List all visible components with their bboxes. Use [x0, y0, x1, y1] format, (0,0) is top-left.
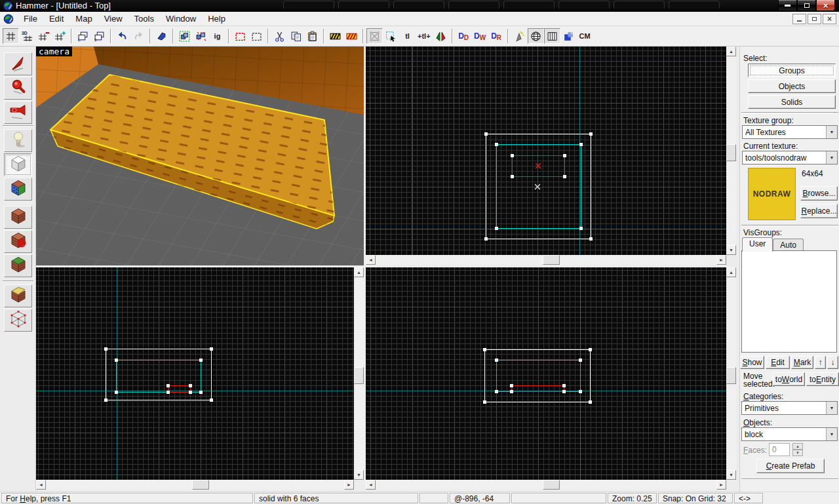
current-texture-dropdown[interactable]: tools/toolsnodraw ▼ [742, 151, 838, 165]
undo-button[interactable] [114, 28, 130, 44]
selection-bounds-handle[interactable] [483, 400, 486, 404]
viewport-3d-camera[interactable]: camera [36, 47, 364, 265]
scroll-left-icon[interactable]: ◄ [36, 480, 46, 490]
toggle-3d-grid-button[interactable]: 3D [19, 28, 35, 44]
selection-bounds-handle[interactable] [210, 347, 213, 351]
room-brush-outline-handle[interactable] [115, 359, 118, 362]
toggle-cordon-button[interactable] [327, 28, 343, 44]
visgroups-list[interactable] [741, 250, 837, 353]
replace-button[interactable]: Replace... [800, 204, 838, 218]
faces-spin-down[interactable]: ▼ [792, 450, 803, 456]
titlebar[interactable]: Hammer - [Untitled - Top] × [0, 0, 839, 12]
room-brush-outline-handle[interactable] [199, 359, 203, 362]
toggle-dd-button[interactable]: DD [456, 28, 472, 44]
load-window-state-button[interactable]: L [75, 28, 91, 44]
selection-bounds-handle[interactable] [589, 237, 593, 241]
entity-sprinkle-button[interactable] [511, 28, 528, 44]
apply-decals-tool[interactable] [4, 230, 32, 253]
selection-bounds-handle[interactable] [210, 398, 213, 402]
selected-brush-handle[interactable] [510, 390, 513, 393]
carve-button[interactable] [153, 28, 170, 44]
flip-faces-button[interactable] [433, 28, 449, 44]
selected-brush-handle[interactable] [189, 384, 192, 387]
toggle-dw-button[interactable]: DW [472, 28, 488, 44]
close-button[interactable]: × [816, 0, 835, 11]
menu-file[interactable]: File [18, 12, 43, 26]
toggle-grid-button[interactable] [3, 28, 19, 44]
selected-brush-handle[interactable] [563, 175, 566, 178]
scroll-thumb[interactable] [354, 367, 364, 384]
scroll-down-icon[interactable]: ▼ [354, 470, 364, 480]
toggle-group-ignore-button[interactable]: ig [209, 28, 225, 44]
faces-spin-up[interactable]: ▲ [792, 443, 803, 450]
room-brush-outline-handle[interactable] [579, 143, 583, 146]
selected-brush-handle[interactable] [563, 154, 566, 157]
front-view-hscrollbar[interactable]: ◄► [36, 480, 354, 490]
save-window-state-button[interactable]: s [91, 28, 107, 44]
scroll-up-icon[interactable]: ▲ [726, 47, 736, 56]
mdi-child-icon[interactable] [3, 14, 14, 24]
viewport-2d-side[interactable] [366, 267, 726, 480]
room-brush-outline-handle[interactable] [579, 227, 583, 230]
viewport-2d-front[interactable] [36, 267, 354, 480]
selection-bounds-handle[interactable] [589, 348, 592, 351]
scroll-down-icon[interactable]: ▼ [726, 245, 736, 255]
browse-button[interactable]: Browse... [800, 186, 838, 201]
selected-brush-handle[interactable] [562, 390, 566, 393]
side-view-hscrollbar[interactable]: ◄► [366, 480, 726, 490]
room-brush-outline-handle[interactable] [495, 359, 498, 362]
selection-bounds-handle[interactable] [484, 132, 488, 136]
texture-application-tool[interactable] [4, 178, 32, 201]
select-contained-button[interactable] [383, 28, 399, 44]
room-brush-outline-handle[interactable] [495, 143, 498, 146]
viewport-2d-top[interactable] [366, 47, 726, 255]
selected-brush-handle[interactable] [166, 384, 170, 387]
select-touching-button[interactable] [366, 28, 383, 44]
select-groups-button[interactable]: Groups [748, 64, 836, 77]
mark-button[interactable]: Mark [791, 356, 813, 369]
ungroup-button[interactable] [193, 28, 209, 44]
paste-button[interactable] [304, 28, 321, 44]
selected-brush-handle[interactable] [511, 175, 514, 178]
texture-scale-lock-button[interactable]: +tl+ [416, 28, 433, 44]
mdi-minimize-button[interactable] [792, 14, 806, 24]
group-button[interactable] [176, 28, 193, 44]
redo-button[interactable] [130, 28, 147, 44]
side-view-vscrollbar[interactable]: ▲▼ [726, 267, 736, 480]
clipping-tool[interactable] [4, 284, 32, 307]
room-brush-outline-handle[interactable] [495, 227, 498, 230]
scroll-thumb[interactable] [543, 480, 560, 490]
top-view-hscrollbar[interactable]: ◄► [366, 255, 726, 265]
selected-brush-handle[interactable] [562, 384, 566, 387]
smaller-grid-button[interactable] [35, 28, 52, 44]
minimize-button[interactable] [778, 0, 797, 11]
show-button[interactable]: Show [740, 356, 764, 369]
selected-brush-handle[interactable] [189, 391, 192, 394]
selection-bounds-handle[interactable] [589, 400, 592, 404]
scroll-thumb[interactable] [726, 367, 736, 384]
cut-button[interactable] [271, 28, 288, 44]
menu-help[interactable]: Help [202, 12, 231, 26]
apply-current-texture-tool[interactable] [4, 206, 32, 229]
menu-window[interactable]: Window [160, 12, 202, 26]
chevron-down-icon[interactable]: ▼ [826, 126, 837, 138]
objects-dropdown[interactable]: block ▼ [741, 427, 838, 441]
scroll-thumb[interactable] [543, 255, 560, 265]
move-up-button[interactable]: ↑ [815, 356, 826, 369]
scroll-thumb[interactable] [192, 480, 209, 490]
faces-input[interactable] [769, 443, 790, 456]
scroll-down-icon[interactable]: ▼ [726, 470, 736, 480]
tab-user[interactable]: User [742, 237, 773, 252]
scroll-thumb[interactable] [726, 144, 736, 161]
hide-selected-button[interactable] [232, 28, 248, 44]
room-brush-outline-handle[interactable] [579, 359, 582, 362]
chevron-down-icon[interactable]: ▼ [826, 151, 837, 164]
vertex-tool[interactable] [4, 309, 32, 332]
selection-bounds-handle[interactable] [104, 398, 107, 402]
chevron-down-icon[interactable]: ▼ [826, 428, 837, 440]
select-objects-button[interactable]: Objects [748, 79, 836, 93]
mdi-restore-button[interactable] [808, 14, 821, 24]
scroll-right-icon[interactable]: ► [716, 480, 726, 490]
top-view-vscrollbar[interactable]: ▲▼ [726, 47, 736, 255]
selection-tool[interactable] [4, 52, 32, 75]
